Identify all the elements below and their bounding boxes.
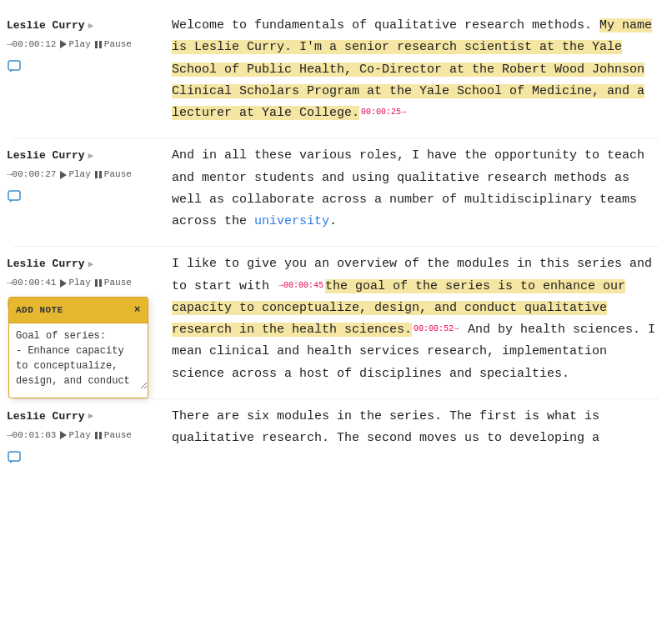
pause-label-2: Pause [104,167,132,183]
text-seg-1-2: My name is Leslie Curry. I'm a senior re… [172,18,652,120]
svg-rect-0 [8,61,20,70]
text-seg-4-1: There are six modules in the series. The… [172,409,599,445]
pause-icon-1 [95,41,102,48]
left-col-3: Leslie Curry ▶ →00:00:41 Play Pause [7,253,165,385]
note-icon-4[interactable] [7,450,22,473]
play-label-1: Play [68,37,90,53]
pause-button-2[interactable]: Pause [95,167,132,183]
add-note-header: ADD NOTE × [9,298,148,323]
add-note-popup: ADD NOTE × [8,297,148,398]
transcript-block-3: Leslie Curry ▶ →00:00:41 Play Pause [0,247,672,392]
text-content-4: There are six modules in the series. The… [172,406,659,450]
timestamp-2: →00:00:27 [7,167,56,183]
speaker-arrow-1: ▶ [88,18,94,34]
transcript-block-4: Leslie Curry ▶ →00:01:03 Play Pause [0,399,672,479]
speaker-name-1: Leslie Curry [7,17,85,35]
left-col-2: Leslie Curry ▶ →00:00:27 Play Pause [7,145,165,233]
speaker-arrow-4: ▶ [88,408,94,424]
text-seg-2-1: And in all these various roles, I have t… [172,148,644,228]
svg-marker-1 [10,70,13,73]
play-button-2[interactable]: Play [60,167,90,183]
speaker-arrow-3: ▶ [88,257,94,273]
time-controls-1: →00:00:12 Play Pause [7,37,132,53]
pause-label-4: Pause [104,428,132,443]
play-button-3[interactable]: Play [60,275,90,291]
right-col-1: Welcome to fundamentals of qualitative r… [165,15,659,124]
play-icon-1 [60,40,67,48]
play-label-3: Play [68,275,90,291]
transcript-block-2: Leslie Curry ▶ →00:00:27 Play Pause [0,138,672,239]
pause-label-3: Pause [104,275,132,291]
speaker-name-4: Leslie Curry [7,408,85,426]
right-col-3: I like to give you an overview of the mo… [165,253,659,385]
speaker-arrow-2: ▶ [88,148,94,164]
left-col-4: Leslie Curry ▶ →00:01:03 Play Pause [7,406,165,473]
time-marker-3-2: 00:00:52→ [414,322,459,337]
play-icon-3 [60,279,67,288]
note-icon-2[interactable] [7,189,22,213]
time-controls-3: →00:00:41 Play Pause [7,275,132,291]
note-icon-1[interactable] [7,59,22,83]
speaker-row-2: Leslie Curry ▶ [7,147,93,165]
pause-icon-3 [95,279,102,287]
time-controls-4: →00:01:03 Play Pause [7,428,132,443]
speaker-name-2: Leslie Curry [7,147,85,165]
left-col-1: Leslie Curry ▶ →00:00:12 Play Pause [7,15,165,124]
play-label-4: Play [68,428,90,443]
comment-icon-2 [7,189,22,204]
timestamp-4: →00:01:03 [7,428,56,443]
time-controls-2: →00:00:27 Play Pause [7,167,132,183]
pause-button-4[interactable]: Pause [95,428,132,443]
speaker-name-3: Leslie Curry [7,255,85,273]
timestamp-1: →00:00:12 [7,37,56,53]
play-icon-4 [60,431,67,439]
play-button-1[interactable]: Play [60,37,90,53]
svg-marker-3 [10,200,13,203]
right-col-4: There are six modules in the series. The… [165,406,659,473]
transcript-block-1: Leslie Curry ▶ →00:00:12 Play Pause [0,8,672,131]
play-icon-2 [60,171,67,179]
speaker-row-3: Leslie Curry ▶ [7,255,93,273]
text-content-2: And in all these various roles, I have t… [172,145,659,233]
pause-icon-4 [95,432,102,439]
play-button-4[interactable]: Play [60,428,90,443]
comment-icon-1 [7,59,22,74]
svg-rect-6 [8,452,20,461]
svg-rect-2 [8,191,20,200]
add-note-close-button[interactable]: × [134,301,141,319]
add-note-label: ADD NOTE [16,303,63,318]
time-marker-1-end: 00:00:25→ [361,105,406,120]
pause-label-1: Pause [104,37,132,53]
timestamp-3: →00:00:41 [7,275,56,291]
text-seg-2-3: . [329,214,337,228]
text-content-3: I like to give you an overview of the mo… [172,253,659,385]
text-content-1: Welcome to fundamentals of qualitative r… [172,15,659,124]
add-note-textarea[interactable] [9,323,148,389]
pause-button-1[interactable]: Pause [95,37,132,53]
university-link[interactable]: university [254,214,329,228]
pause-button-3[interactable]: Pause [95,275,132,291]
right-col-2: And in all these various roles, I have t… [165,145,659,233]
speaker-row-4: Leslie Curry ▶ [7,408,93,426]
text-seg-1-1: Welcome to fundamentals of qualitative r… [172,18,599,33]
comment-icon-4 [7,450,22,465]
play-label-2: Play [68,167,90,183]
time-marker-3-1: →00:00:45 [278,278,323,293]
pause-icon-2 [95,171,102,178]
speaker-row-1: Leslie Curry ▶ [7,17,93,35]
